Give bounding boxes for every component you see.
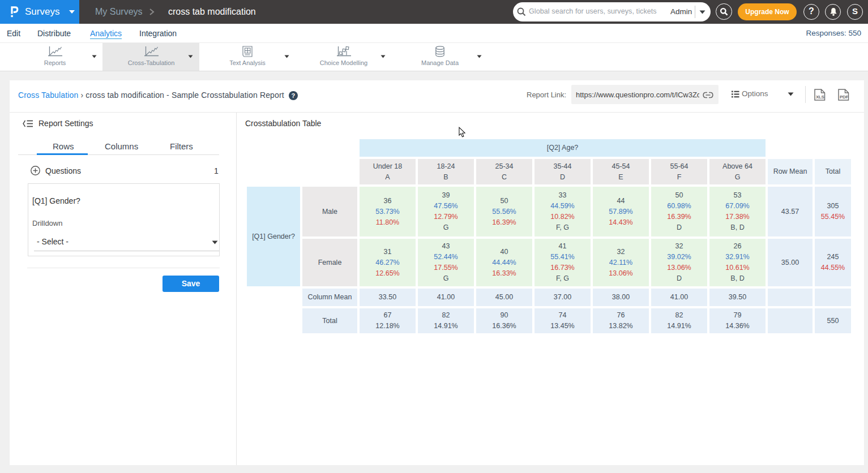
svg-text:PDF: PDF: [840, 94, 849, 100]
svg-text:XLS: XLS: [816, 94, 825, 100]
